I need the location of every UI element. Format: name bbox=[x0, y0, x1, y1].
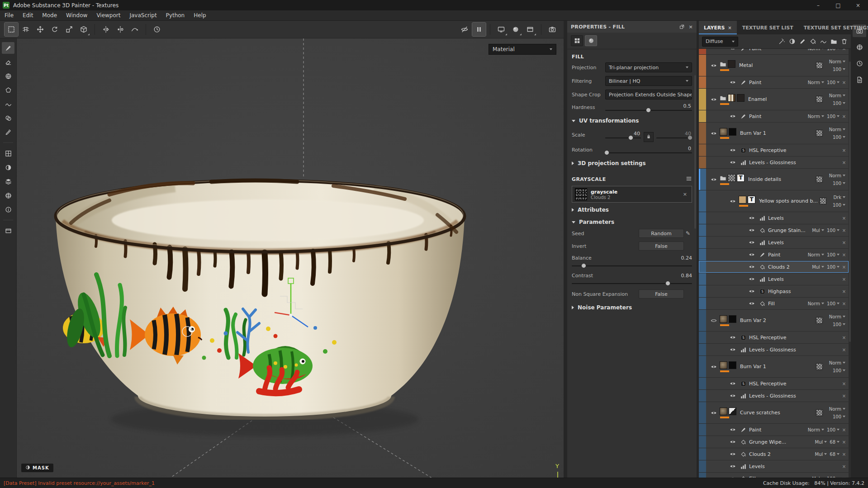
timeline-toggle[interactable] bbox=[150, 23, 164, 36]
visibility-icon[interactable] bbox=[746, 276, 758, 282]
mirror-tool[interactable] bbox=[99, 23, 113, 36]
visibility-icon[interactable] bbox=[727, 49, 739, 52]
effect-row-paint[interactable]: PaintNorm100× bbox=[699, 249, 849, 261]
blend-mode-dropdown[interactable]: Norm bbox=[829, 59, 845, 64]
blend-mode-dropdown[interactable]: Norm bbox=[829, 360, 845, 365]
lazy-mouse-toggle[interactable] bbox=[128, 23, 142, 36]
remove-effect-button[interactable]: × bbox=[840, 252, 848, 257]
channel-selector[interactable]: Diffuse bbox=[702, 37, 738, 47]
menu-viewport[interactable]: Viewport bbox=[92, 10, 125, 20]
effect-row-levels-glossiness[interactable]: Levels - Glossiness× bbox=[699, 344, 849, 355]
history-panel[interactable] bbox=[853, 57, 866, 70]
parameters-header[interactable]: Parameters bbox=[567, 215, 697, 227]
opacity-dropdown[interactable]: 100 bbox=[827, 301, 840, 306]
visibility-icon[interactable] bbox=[746, 300, 758, 307]
blend-mode-dropdown[interactable]: Norm bbox=[829, 407, 845, 412]
menu-mode[interactable]: Mode bbox=[38, 10, 62, 20]
remove-effect-button[interactable]: × bbox=[840, 393, 848, 398]
balance-slider[interactable] bbox=[572, 265, 692, 266]
layer-stack-view[interactable] bbox=[2, 175, 14, 187]
visibility-icon[interactable] bbox=[746, 251, 758, 258]
blend-mode-dropdown[interactable]: Norm bbox=[808, 114, 824, 119]
add-paint-layer-button[interactable] bbox=[799, 38, 806, 45]
remove-effect-button[interactable]: × bbox=[840, 80, 848, 85]
add-filter-button[interactable] bbox=[778, 38, 785, 45]
effect-row-levels[interactable]: Levels× bbox=[699, 460, 849, 472]
effect-row-hsl-perceptive[interactable]: SHSL Perceptive× bbox=[699, 378, 849, 389]
opacity-dropdown[interactable]: 100 bbox=[833, 322, 845, 327]
rotation-slider[interactable] bbox=[605, 152, 692, 153]
minimize-button[interactable]: – bbox=[808, 0, 828, 10]
opacity-dropdown[interactable]: 100 bbox=[827, 476, 840, 478]
opacity-dropdown[interactable]: 100 bbox=[833, 181, 845, 186]
blend-mode-dropdown[interactable]: Norm bbox=[808, 427, 824, 432]
visibility-off-icon[interactable] bbox=[708, 317, 720, 324]
remove-effect-button[interactable]: × bbox=[840, 301, 848, 306]
visibility-icon[interactable] bbox=[746, 264, 758, 270]
opacity-dropdown[interactable]: 100 bbox=[833, 101, 845, 106]
visibility-icon[interactable] bbox=[708, 176, 720, 183]
visibility-icon[interactable] bbox=[708, 96, 720, 103]
remove-effect-button[interactable]: × bbox=[840, 277, 848, 282]
info-panel[interactable] bbox=[2, 204, 14, 215]
attributes-header[interactable]: Attributes bbox=[567, 203, 697, 215]
log-panel[interactable] bbox=[853, 73, 866, 86]
blend-mode-dropdown[interactable]: Norm bbox=[808, 252, 824, 257]
opacity-dropdown[interactable]: 100 bbox=[827, 80, 840, 85]
opacity-dropdown[interactable]: 100 bbox=[827, 114, 840, 119]
opacity-dropdown[interactable]: 100 bbox=[833, 368, 845, 373]
menu-help[interactable]: Help bbox=[189, 10, 210, 20]
remove-effect-button[interactable]: × bbox=[840, 289, 848, 294]
shader-settings-panel[interactable] bbox=[853, 41, 866, 53]
layer-row-metal[interactable]: MetalNorm100 bbox=[699, 55, 849, 76]
projection-mode[interactable] bbox=[77, 23, 90, 36]
remove-effect-button[interactable]: × bbox=[840, 464, 848, 469]
polygon-fill-tool[interactable] bbox=[2, 84, 14, 96]
material-display-mode[interactable] bbox=[509, 23, 522, 36]
filtering-dropdown[interactable]: Bilinear | HQ bbox=[605, 76, 692, 86]
remove-effect-button[interactable]: × bbox=[840, 427, 848, 432]
menu-python[interactable]: Python bbox=[161, 10, 190, 20]
remove-effect-button[interactable]: × bbox=[840, 49, 848, 51]
blend-mode-dropdown[interactable]: Norm bbox=[808, 49, 824, 51]
move-tool[interactable] bbox=[33, 23, 47, 36]
effect-row-paint[interactable]: PaintNorm100× bbox=[699, 49, 849, 54]
visibility-icon[interactable] bbox=[727, 346, 739, 353]
blend-mode-dropdown[interactable]: Norm bbox=[829, 173, 845, 178]
remove-effect-button[interactable]: × bbox=[840, 114, 848, 119]
smudge-tool[interactable] bbox=[2, 98, 14, 110]
blend-mode-dropdown[interactable]: Mul bbox=[812, 265, 824, 270]
grayscale-resource[interactable]: grayscale Clouds 2 × bbox=[572, 186, 692, 203]
remove-effect-button[interactable]: × bbox=[840, 476, 848, 478]
scale-u-slider[interactable] bbox=[605, 137, 641, 138]
remove-effect-button[interactable]: × bbox=[840, 440, 848, 445]
screenshot-button[interactable] bbox=[545, 23, 559, 36]
effect-row-grunge-stain[interactable]: Grunge Stain...Mul100× bbox=[699, 224, 849, 236]
blend-mode-dropdown[interactable]: Mul bbox=[815, 452, 827, 457]
visibility-icon[interactable] bbox=[746, 215, 758, 221]
visibility-icon[interactable] bbox=[727, 426, 739, 433]
remove-effect-button[interactable]: × bbox=[840, 216, 848, 221]
effect-row-levels[interactable]: Levels× bbox=[699, 237, 849, 248]
layer-row-inside-details[interactable]: TInside detailsNorm100 bbox=[699, 169, 849, 190]
opacity-dropdown[interactable]: 100 bbox=[833, 414, 845, 419]
camera-display-mode[interactable] bbox=[523, 23, 537, 36]
blend-mode-dropdown[interactable]: Norm bbox=[808, 301, 824, 306]
blend-mode-dropdown[interactable]: Mul bbox=[812, 228, 824, 233]
remove-effect-button[interactable]: × bbox=[840, 452, 848, 457]
tab-layers[interactable]: LAYERS× bbox=[699, 21, 737, 34]
seed-random-button[interactable]: Random bbox=[639, 229, 684, 238]
blend-mode-dropdown[interactable]: Norm bbox=[808, 80, 824, 85]
titlebar[interactable]: Pt Adobe Substance 3D Painter - Textures… bbox=[0, 0, 868, 10]
menu-edit[interactable]: Edit bbox=[18, 10, 38, 20]
blend-mode-dropdown[interactable]: Norm bbox=[829, 314, 845, 319]
add-group-button[interactable] bbox=[830, 38, 837, 45]
blend-mode-dropdown[interactable]: Mul bbox=[812, 476, 824, 478]
scale-v-slider[interactable] bbox=[656, 137, 692, 138]
opacity-dropdown[interactable]: 100 bbox=[827, 49, 840, 51]
layer-row-burn-var-2[interactable]: Burn Var 2Norm100 bbox=[699, 310, 849, 331]
layer-row-curve-scratches[interactable]: Curve scratchesNorm100 bbox=[699, 402, 849, 423]
visibility-icon[interactable] bbox=[727, 451, 739, 457]
add-mask-button[interactable] bbox=[789, 38, 796, 45]
visibility-icon[interactable] bbox=[746, 288, 758, 294]
